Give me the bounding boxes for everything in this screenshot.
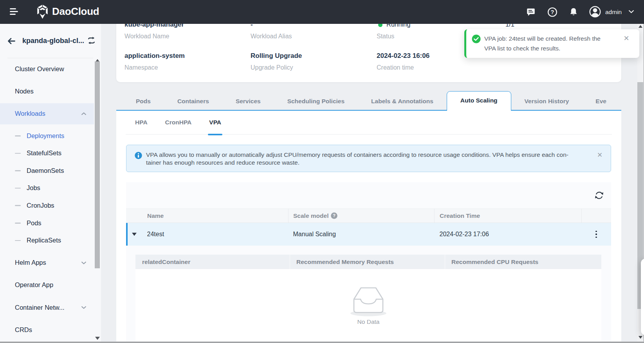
svg-text:?: ?: [551, 9, 554, 15]
sidebar-item-container-network[interactable]: Container Netw...: [0, 299, 94, 316]
workload-tabbar: Pods Containers Services Scheduling Poli…: [116, 91, 621, 111]
daocloud-console: kube-app-manager Workload Name - Workloa…: [0, 0, 644, 343]
scale-model-help-icon[interactable]: ?: [331, 212, 337, 219]
user-chevron-down-icon[interactable]: [628, 10, 634, 13]
help-icon[interactable]: ?: [547, 7, 557, 17]
info-icon: [135, 152, 142, 159]
field-upgrade-policy: Rolling Upgrade Upgrade Policy: [251, 52, 302, 71]
dash-icon: [15, 205, 21, 206]
sidebar-item-cluster-overview[interactable]: Cluster Overview: [0, 60, 94, 77]
workload-name-label: Workload Name: [124, 33, 184, 40]
workload-alias-label: Workload Alias: [251, 33, 292, 40]
alert-close-icon[interactable]: ✕: [597, 152, 603, 158]
dash-icon: [15, 170, 21, 171]
status-label: Status: [377, 33, 410, 40]
upgrade-policy-value: Rolling Upgrade: [251, 52, 302, 60]
vpa-table-header: Name Scale model? Creation Time: [126, 208, 611, 223]
row-actions-kebab-icon[interactable]: [593, 228, 599, 240]
tab-containers[interactable]: Containers: [164, 92, 222, 111]
auto-scaling-panel: HPA CronHPA VPA VPA allows you to manual…: [116, 111, 621, 343]
dash-icon: [15, 240, 21, 241]
hamburger-menu-icon[interactable]: [10, 8, 18, 15]
tab-events[interactable]: Eve: [582, 92, 620, 111]
vpa-row-expansion: relatedContainer Recommended Memory Requ…: [126, 246, 611, 343]
dash-icon: [15, 223, 21, 224]
sidebar-item-pods[interactable]: Pods: [0, 214, 94, 232]
toast-close-icon[interactable]: ✕: [623, 35, 630, 42]
dash-icon: [15, 135, 21, 136]
window-bottom-edge: [0, 341, 644, 343]
recommendation-table-body: No Data: [135, 269, 601, 343]
sidebar-item-deployments[interactable]: Deployments: [0, 127, 94, 144]
sidebar-scrollbar[interactable]: [94, 58, 101, 343]
success-check-icon: [472, 34, 481, 43]
cluster-name[interactable]: kpanda-global-cl...: [22, 37, 84, 45]
svg-text:?: ?: [333, 213, 336, 218]
sidebar-header: kpanda-global-cl...: [0, 24, 101, 58]
avatar-icon[interactable]: [589, 6, 601, 18]
tab-services[interactable]: Services: [222, 92, 274, 111]
subtab-hpa[interactable]: HPA: [135, 111, 148, 134]
chevron-down-icon: [81, 306, 87, 309]
creation-time-label: Creation time: [377, 64, 429, 71]
scrollbar-down-arrow-icon[interactable]: [639, 336, 642, 339]
cluster-sidebar: kpanda-global-cl... Cluster Overview Nod…: [0, 24, 101, 343]
tab-auto-scaling[interactable]: Auto Scaling: [447, 91, 511, 111]
tab-version-history[interactable]: Version History: [511, 92, 583, 111]
column-header-actions: [582, 209, 611, 223]
message-icon[interactable]: [526, 7, 536, 17]
namespace-label: Namespace: [124, 64, 185, 71]
sidebar-item-replicasets[interactable]: ReplicaSets: [0, 232, 94, 249]
recommendation-table: relatedContainer Recommended Memory Requ…: [135, 255, 601, 343]
recommendation-table-header: relatedContainer Recommended Memory Requ…: [135, 255, 601, 269]
vpa-info-alert: VPA allows you to manually or automatica…: [126, 145, 611, 172]
subtab-vpa[interactable]: VPA: [209, 111, 221, 134]
tab-labels-annotations[interactable]: Labels & Annotations: [358, 92, 447, 111]
sidebar-item-workloads[interactable]: Workloads: [0, 103, 94, 125]
row-expand-caret-icon[interactable]: [132, 233, 137, 236]
sidebar-item-statefulsets[interactable]: StatefulSets: [0, 145, 94, 162]
subtab-cronhpa[interactable]: CronHPA: [165, 111, 192, 134]
sidebar-item-crds[interactable]: CRDs: [0, 321, 94, 338]
sidebar-item-cronjobs[interactable]: CronJobs: [0, 197, 94, 214]
vpa-row-creation-time: 2024-02-23 17:06: [435, 231, 582, 238]
column-header-recommended-memory: Recommended Memory Requests: [290, 255, 445, 269]
vpa-toolbar: [126, 182, 611, 208]
sidebar-item-jobs[interactable]: Jobs: [0, 180, 94, 197]
chevron-down-icon: [81, 261, 87, 264]
daocloud-logo-icon[interactable]: [35, 4, 50, 20]
brand-name[interactable]: DaoCloud: [52, 5, 99, 18]
field-creation-time: 2024-02-23 16:06 Creation time: [377, 52, 429, 71]
upgrade-policy-label: Upgrade Policy: [251, 64, 302, 71]
sidebar-item-daemonsets[interactable]: DaemonSets: [0, 162, 94, 179]
top-navbar: DaoCloud ? admin: [0, 0, 644, 24]
bell-icon[interactable]: [568, 7, 579, 17]
refresh-icon[interactable]: [594, 190, 604, 200]
sidebar-item-nodes[interactable]: Nodes: [0, 83, 94, 100]
column-header-scale-model: Scale model?: [289, 209, 435, 223]
empty-inbox-icon: [350, 286, 387, 317]
column-header-name: Name: [126, 209, 289, 223]
toast-message: VPA job: 24test will be created. Refresh…: [484, 34, 612, 53]
vpa-row-24test[interactable]: 24test Manual Scaling 2024-02-23 17:06: [126, 223, 611, 246]
tab-scheduling-policies[interactable]: Scheduling Policies: [274, 92, 358, 111]
vpa-table: Name Scale model? Creation Time 24test M…: [126, 208, 611, 343]
scrollbar-up-arrow-icon[interactable]: [639, 25, 642, 28]
sidebar-item-helm-apps[interactable]: Helm Apps: [0, 254, 94, 271]
username[interactable]: admin: [605, 9, 622, 16]
tab-pods[interactable]: Pods: [123, 92, 164, 111]
scrollbar-down-arrow-icon[interactable]: [95, 337, 100, 340]
chevron-up-icon: [81, 112, 87, 115]
sidebar-item-operator-app[interactable]: Operator App: [0, 277, 94, 294]
back-arrow-icon[interactable]: [7, 37, 16, 45]
sidebar-scrollbar-thumb[interactable]: [95, 61, 100, 268]
column-header-creation-time: Creation Time: [435, 209, 582, 223]
sidebar-menu: Cluster Overview Nodes Workloads Deploym…: [0, 58, 94, 343]
switch-cluster-icon[interactable]: [87, 37, 96, 44]
column-header-related-container: relatedContainer: [135, 255, 290, 269]
field-namespace: application-system Namespace: [124, 52, 185, 71]
offscreen-panel-sliver: [641, 259, 644, 335]
vpa-created-toast: VPA job: 24test will be created. Refresh…: [464, 29, 639, 58]
dash-icon: [15, 153, 21, 154]
creation-time-value: 2024-02-23 16:06: [377, 52, 429, 60]
